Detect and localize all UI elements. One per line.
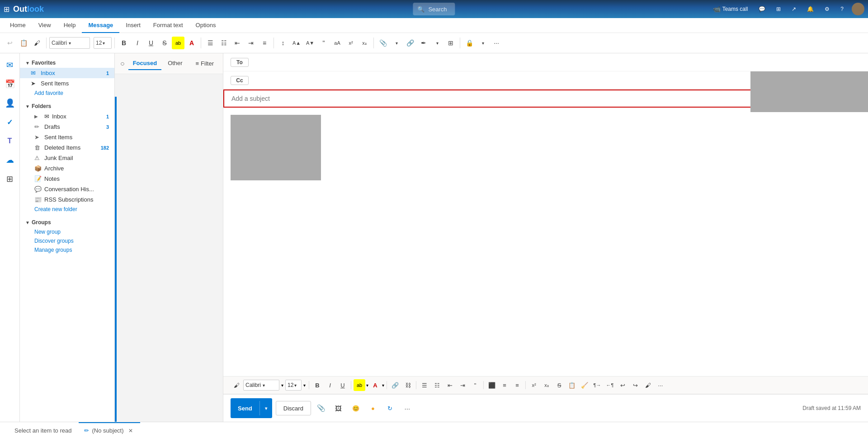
chat-icon-button[interactable]: 💬 [756, 5, 768, 14]
decrease-font-button[interactable]: A▼ [304, 37, 316, 49]
nav-onedrive[interactable]: ☁ [2, 152, 18, 168]
send-dropdown-button[interactable]: ▾ [259, 401, 272, 415]
compose-subscript-button[interactable]: x₂ [541, 379, 552, 391]
increase-font-button[interactable]: A▲ [290, 37, 303, 49]
compose-indent-more-button[interactable]: ⇥ [457, 379, 468, 391]
user-avatar[interactable] [852, 3, 864, 15]
compose-align-left-button[interactable]: ⬛ [486, 379, 498, 391]
compose-body[interactable] [223, 108, 868, 376]
attach-dropdown-button[interactable]: ▾ [390, 37, 403, 49]
compose-ltr-button[interactable]: ¶→ [591, 379, 603, 391]
align-button[interactable]: ≡ [258, 37, 271, 49]
format-painter-button[interactable]: 🖌 [31, 37, 43, 49]
table-button[interactable]: ⊞ [444, 37, 457, 49]
tab-focused[interactable]: Focused [128, 57, 161, 70]
compose-italic-button[interactable]: I [324, 379, 336, 391]
sidebar-item-sent[interactable]: ➤ Sent Items [20, 132, 114, 142]
numbering-button[interactable]: ☷ [217, 37, 230, 49]
send-button[interactable]: Send [231, 401, 259, 415]
compose-superscript-button[interactable]: x² [528, 379, 540, 391]
share-icon-button[interactable]: ↗ [789, 5, 799, 14]
compose-link-button[interactable]: 🔗 [389, 379, 401, 391]
sensitivity-dropdown-button[interactable]: ▾ [476, 37, 489, 49]
sidebar-item-notes[interactable]: 📝 Notes [20, 174, 114, 184]
nav-mail[interactable]: ✉ [2, 57, 18, 73]
superscript-button[interactable]: x² [344, 37, 357, 49]
insert-loop-button[interactable]: ↻ [383, 401, 397, 415]
bell-icon-button[interactable]: 🔔 [804, 5, 816, 14]
sidebar-item-inbox[interactable]: ▶ ✉ Inbox 1 [20, 111, 114, 122]
compose-strikethrough-button[interactable]: S [553, 379, 565, 391]
compose-format2-button[interactable]: 🖌 [642, 379, 654, 391]
compose-bullets-button[interactable]: ☰ [419, 379, 430, 391]
cc-button[interactable]: Cc [231, 76, 249, 85]
tab-home[interactable]: Home [4, 18, 32, 33]
undo-button[interactable]: ↩ [4, 37, 16, 49]
compose-font-name[interactable]: Calibri ▾ [243, 380, 279, 391]
compose-more-button[interactable]: ··· [655, 379, 666, 391]
aa-button[interactable]: aA [331, 37, 344, 49]
attach-file-button[interactable]: 📎 [315, 401, 328, 415]
groups-section[interactable]: ▼ Groups [20, 217, 114, 227]
tab-insert[interactable]: Insert [119, 18, 147, 33]
highlight-button[interactable]: ab [172, 37, 184, 49]
compose-underline-button[interactable]: U [337, 379, 349, 391]
italic-button[interactable]: I [131, 37, 144, 49]
compose-highlight-button[interactable]: ab [354, 379, 365, 391]
discover-groups-link[interactable]: Discover groups [20, 236, 114, 245]
compose-quote-button[interactable]: " [469, 379, 481, 391]
gear-icon-button[interactable]: ⚙ [822, 5, 832, 14]
sidebar-item-conversation[interactable]: 💬 Conversation His... [20, 184, 114, 194]
new-group-link[interactable]: New group [20, 227, 114, 236]
close-draft-button[interactable]: ✕ [127, 427, 135, 435]
compose-redo-button[interactable]: ↪ [629, 379, 641, 391]
send-more-button[interactable]: ··· [401, 401, 414, 415]
compose-rtl-button[interactable]: ←¶ [604, 379, 616, 391]
insert-sticker-button[interactable]: ● [366, 401, 380, 415]
nav-tasks[interactable]: ✓ [2, 114, 18, 130]
sidebar-item-favorites-inbox[interactable]: ✉ Inbox 1 [20, 68, 114, 78]
insert-image-button[interactable]: 🖼 [332, 401, 345, 415]
indent-more-button[interactable]: ⇥ [245, 37, 257, 49]
compose-clear-format-button[interactable]: 🧹 [579, 379, 590, 391]
sensitivity-button[interactable]: 🔒 [463, 37, 476, 49]
discard-button[interactable]: Discard [276, 401, 311, 415]
signature-button[interactable]: ✒ [417, 37, 430, 49]
tab-view[interactable]: View [32, 18, 57, 33]
text-direction-button[interactable]: ↕ [277, 37, 289, 49]
tab-other[interactable]: Other [163, 57, 187, 70]
nav-teams[interactable]: T [2, 133, 18, 149]
help-icon-button[interactable]: ? [838, 5, 846, 14]
more-button[interactable]: ··· [490, 37, 503, 49]
quote-button[interactable]: " [317, 37, 330, 49]
compose-link2-button[interactable]: ⛓ [402, 379, 414, 391]
bold-button[interactable]: B [118, 37, 130, 49]
nav-apps[interactable]: ⊞ [2, 171, 18, 187]
attach-button[interactable]: 📎 [377, 37, 389, 49]
teams-call-button[interactable]: 📹 Teams call [710, 4, 751, 14]
nav-contacts[interactable]: 👤 [2, 95, 18, 111]
to-input[interactable] [249, 59, 861, 66]
sidebar-item-favorites-sent[interactable]: ➤ Sent Items [20, 78, 114, 89]
compose-font-size[interactable]: 12 ▾ [285, 380, 302, 391]
create-new-folder-link[interactable]: Create new folder [20, 205, 114, 214]
search-bar[interactable]: 🔍 Search [413, 3, 455, 15]
sidebar-item-rss[interactable]: 📰 RSS Subscriptions [20, 194, 114, 205]
link-button[interactable]: 🔗 [404, 37, 416, 49]
sidebar-item-archive[interactable]: 📦 Archive [20, 163, 114, 174]
sidebar-item-deleted[interactable]: 🗑 Deleted Items 182 [20, 142, 114, 153]
compose-align-right-button[interactable]: ≡ [511, 379, 523, 391]
font-name-selector[interactable]: Calibri ▾ [49, 37, 90, 49]
compose-undo-button[interactable]: ↩ [617, 379, 628, 391]
nav-calendar[interactable]: 📅 [2, 76, 18, 92]
check-circle-button[interactable]: ○ [120, 60, 125, 68]
underline-button[interactable]: U [145, 37, 157, 49]
compose-paste-button[interactable]: 📋 [566, 379, 578, 391]
tab-options[interactable]: Options [189, 18, 222, 33]
add-favorite-link[interactable]: Add favorite [20, 89, 114, 98]
font-color-button[interactable]: A [185, 37, 198, 49]
compose-indent-less-button[interactable]: ⇤ [444, 379, 456, 391]
manage-groups-link[interactable]: Manage groups [20, 245, 114, 254]
compose-numbering-button[interactable]: ☷ [431, 379, 443, 391]
apps-icon-button[interactable]: ⊞ [774, 5, 783, 14]
